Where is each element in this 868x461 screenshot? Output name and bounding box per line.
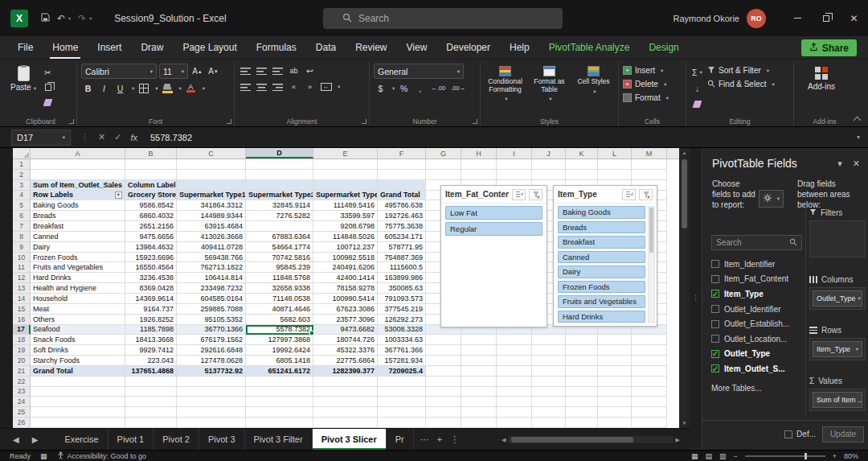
cell-K18[interactable] [566, 335, 598, 345]
close-pane-icon[interactable]: ✕ [853, 158, 860, 169]
ribbon-tab-view[interactable]: View [397, 36, 437, 59]
cell-B16[interactable]: 1926.8252 [125, 315, 177, 325]
tools-button[interactable]: ▾ [759, 190, 784, 208]
expand-formula-bar-icon[interactable]: ▾ [857, 134, 860, 141]
cell-J1[interactable] [532, 159, 566, 170]
field-outlet-location[interactable]: Outlet_Location... [711, 331, 804, 347]
cell-F11[interactable]: 1115600.5 [378, 262, 426, 273]
row-header-13[interactable]: 13 [13, 283, 31, 294]
cell-C24[interactable] [177, 397, 246, 407]
slicer-item-fruits-and-vegetables[interactable]: Fruits and Vegetables [558, 295, 645, 308]
row-header-4[interactable]: 4 [13, 191, 31, 201]
row-header-20[interactable]: 20 [13, 356, 31, 366]
align-center-button[interactable] [255, 80, 268, 93]
decrease-font-size-button[interactable]: A▼ [207, 64, 220, 78]
filter-dropdown-icon[interactable]: ▼ [115, 191, 122, 199]
cell-D19[interactable]: 19992.6424 [246, 345, 313, 356]
paste-button[interactable]: Paste▾ [9, 64, 38, 109]
field-checkbox[interactable]: ✓ [711, 350, 719, 358]
cell-H1[interactable] [461, 159, 497, 170]
cell-B6[interactable]: 6860.4032 [125, 211, 177, 221]
orientation-button[interactable]: ab [287, 64, 301, 77]
cell-E12[interactable]: 42400.1414 [313, 273, 378, 283]
cell-J25[interactable] [532, 407, 566, 418]
cell-H21[interactable] [461, 366, 497, 377]
slicer-clear-filter-icon[interactable] [529, 189, 542, 200]
cell-C2[interactable] [177, 170, 246, 180]
decrease-indent-button[interactable]: « [287, 80, 301, 93]
format-cells-button[interactable]: Format ▾ [623, 91, 682, 105]
field-item-type[interactable]: ✓Item_Type [711, 286, 804, 302]
cell-C9[interactable]: 409411.0728 [177, 242, 246, 253]
cell-B8[interactable]: 9475.6656 [125, 232, 177, 242]
macro-record-icon[interactable]: ▦ [40, 452, 47, 460]
row-header-25[interactable]: 25 [13, 407, 31, 418]
slicer-item-type[interactable]: Item_TypeBaking GoodsBreadsBreakfastCann… [553, 185, 657, 327]
percent-button[interactable]: % [397, 81, 411, 95]
cell-D22[interactable] [246, 377, 313, 387]
close-button[interactable]: ✕ [840, 0, 868, 36]
cell-A7[interactable]: Breakfast [31, 221, 125, 232]
cell-J23[interactable] [532, 387, 566, 397]
slicer-item-breads[interactable]: Breads [558, 221, 645, 234]
update-button[interactable]: Update [822, 426, 864, 442]
cell-D4[interactable]: Supermarket Type2 [246, 191, 313, 201]
cell-D7[interactable] [246, 221, 313, 232]
cell-D13[interactable]: 32658.9338 [246, 283, 313, 294]
column-header-h[interactable]: H [461, 148, 497, 158]
row-header-7[interactable]: 7 [13, 221, 31, 232]
row-header-8[interactable]: 8 [13, 232, 31, 242]
cell-B22[interactable] [125, 377, 177, 387]
cell-L1[interactable] [598, 159, 632, 170]
field-item-fat-content[interactable]: Item_Fat_Content [711, 272, 804, 287]
font-color-button[interactable]: A [184, 81, 198, 95]
column-header-b[interactable]: B [125, 148, 177, 158]
insert-function-icon[interactable]: fx [130, 133, 137, 142]
cell-D5[interactable]: 32845.9114 [246, 200, 313, 211]
cell-I22[interactable] [497, 377, 532, 387]
cell-D18[interactable]: 127997.3868 [246, 335, 313, 345]
prev-sheet-icon[interactable]: ◀ [13, 435, 19, 444]
cell-C26[interactable] [177, 418, 246, 428]
cell-F8[interactable]: 605234.171 [378, 232, 426, 242]
column-header-f[interactable]: F [378, 148, 426, 158]
column-header-d[interactable]: D [246, 148, 313, 158]
cell-D15[interactable]: 40871.4646 [246, 304, 313, 315]
underline-button[interactable]: U [113, 81, 127, 95]
cell-C23[interactable] [177, 387, 246, 397]
cancel-icon[interactable]: ✕ [98, 132, 105, 142]
italic-button[interactable]: I [97, 81, 111, 95]
delete-cells-button[interactable]: × Delete ▾ [623, 77, 682, 91]
cell-F14[interactable]: 791093.573 [378, 294, 426, 304]
cell-J21[interactable] [532, 366, 566, 377]
cell-B11[interactable]: 16550.4564 [125, 262, 177, 273]
sheet-tab-pivot-3-slicer[interactable]: Pivot 3 Slicer [313, 429, 387, 450]
cell-B12[interactable]: 3236.4538 [125, 273, 177, 283]
columns-field-pill[interactable]: Outlet_Type ▾ [813, 290, 862, 307]
align-top-button[interactable] [239, 64, 252, 77]
sort-filter-button[interactable]: Sort & Filter ▾ [707, 64, 775, 77]
ribbon-tab-help[interactable]: Help [500, 36, 539, 59]
cell-F3[interactable] [378, 180, 426, 191]
fill-button[interactable]: ↓ [690, 81, 704, 95]
row-header-10[interactable]: 10 [13, 253, 31, 263]
cell-A1[interactable] [31, 159, 125, 170]
cell-C15[interactable]: 259885.7088 [177, 304, 246, 315]
slicer-item-dairy[interactable]: Dairy [558, 265, 645, 278]
cell-J22[interactable] [532, 377, 566, 387]
cell-A9[interactable]: Dairy [31, 242, 125, 253]
cell-M20[interactable] [632, 356, 667, 366]
decrease-decimal-button[interactable]: .00→ [449, 84, 467, 93]
column-header-k[interactable]: K [566, 148, 598, 158]
cell-A18[interactable]: Snack Foods [31, 335, 125, 345]
cell-A20[interactable]: Starchy Foods [31, 356, 125, 366]
cell-M22[interactable] [632, 377, 667, 387]
more-tables-link[interactable]: More Tables... [711, 384, 762, 393]
number-format-select[interactable]: General▾ [374, 64, 464, 79]
cell-A11[interactable]: Fruits and Vegetables [31, 262, 125, 273]
cell-F2[interactable] [378, 170, 426, 180]
column-header-j[interactable]: J [532, 148, 566, 158]
cell-E22[interactable] [313, 377, 378, 387]
cell-A24[interactable] [31, 397, 125, 407]
field-checkbox[interactable]: ✓ [711, 364, 719, 373]
